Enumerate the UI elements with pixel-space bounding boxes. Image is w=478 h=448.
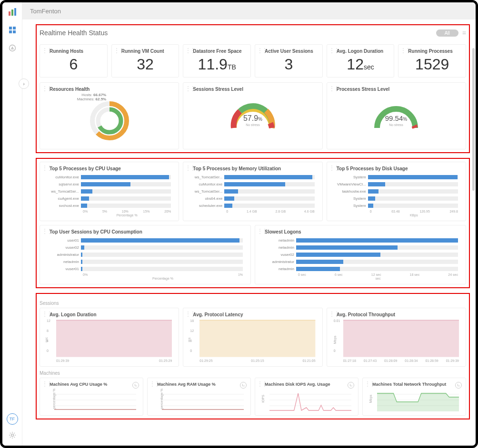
drag-handle-icon[interactable]: ⋮⋮	[329, 166, 339, 170]
kpi-value: 6	[45, 56, 102, 73]
drag-handle-icon[interactable]: ⋮⋮	[42, 229, 51, 233]
svg-point-8	[11, 434, 13, 437]
card-title: Processes Stress Level	[332, 87, 461, 92]
kpi-card: ⋮⋮ Active User Sessions 3	[255, 44, 323, 78]
scrollbar[interactable]	[472, 48, 475, 191]
app-frame: TF › TomFenton Realtime Health Status Al…	[0, 0, 478, 448]
machines-label: Machines	[40, 370, 466, 376]
bar-category: netadmin	[263, 245, 296, 250]
area-chart-card: ⋮⋮ Avg. Protocol Throughput Mbps 0.010 0…	[327, 308, 466, 367]
section-title: Realtime Health Status	[40, 29, 108, 37]
bar-category: System	[335, 204, 368, 208]
bar-category: VMwareViewCl...	[335, 182, 368, 186]
clock-icon[interactable]	[348, 382, 354, 389]
health-status-section: Realtime Health Status All ≡ ⋮⋮ Running …	[36, 24, 470, 153]
svg-rect-21	[343, 320, 459, 357]
expand-sidebar-button[interactable]: ›	[19, 78, 29, 89]
drag-handle-icon[interactable]: ⋮⋮	[365, 382, 374, 386]
sessions-machines-section: Sessions ⋮⋮ Avg. Logon Duration sec 1284…	[36, 293, 470, 419]
user-avatar[interactable]: TF	[7, 413, 18, 425]
mini-chart-card: ⋮⋮ Machines Avg CPU Usage % percentage %…	[40, 378, 143, 416]
bar-category: vuser02	[263, 253, 296, 257]
chart-title: Avg. Logon Duration	[45, 312, 174, 317]
svg-rect-3	[9, 27, 12, 29]
drag-handle-icon[interactable]: ⋮⋮	[257, 382, 267, 386]
clock-icon[interactable]	[240, 382, 247, 389]
username: TomFenton	[30, 8, 61, 15]
area-chart-card: ⋮⋮ Avg. Protocol Latency ms 181260 01:29…	[183, 308, 322, 367]
hosts-val: 66.67%	[93, 93, 106, 97]
y-axis-label: Mbps	[369, 395, 372, 403]
clock-icon[interactable]	[132, 382, 139, 389]
svg-rect-4	[13, 27, 16, 29]
bar-chart-card: ⋮⋮ Top 5 Processes by Memory Utilization…	[183, 162, 322, 221]
drag-handle-icon[interactable]: ⋮⋮	[185, 166, 195, 170]
bar-category: netadmin	[263, 267, 296, 271]
bar-category: netadmin	[48, 260, 81, 264]
svg-text:No stress: No stress	[389, 123, 404, 127]
sessions-stress-card: ⋮⋮ Sessions Stress Level 57.9% No stress	[183, 82, 322, 149]
svg-point-7	[9, 45, 15, 51]
kpi-card: ⋮⋮ Datastore Free Space 11.9TB	[183, 44, 251, 78]
bar-category: scheduler.exe	[191, 204, 224, 208]
bar-chart-card: ⋮⋮ Top 5 Processes by CPU Usage cuMonito…	[40, 162, 179, 221]
clock-icon[interactable]	[455, 382, 462, 389]
drag-handle-icon[interactable]: ⋮⋮	[42, 87, 51, 90]
bar-category: cuAgent.exe	[48, 196, 81, 201]
drag-handle-icon[interactable]: ⋮⋮	[329, 312, 339, 316]
drag-handle-icon[interactable]: ⋮⋮	[185, 87, 195, 90]
hosts-label: Hosts:	[81, 93, 92, 97]
drag-handle-icon[interactable]: ⋮⋮	[149, 382, 159, 386]
kpi-value: 32	[117, 56, 174, 73]
kpi-card: ⋮⋮ Running Processes 1529	[398, 44, 466, 78]
gauge-chart-icon: 57.9% No stress	[224, 95, 281, 142]
chart-title: Top 5 Processes by Disk Usage	[332, 166, 461, 171]
svg-text:99.54%: 99.54%	[385, 114, 408, 122]
chart-title: Top User Sessions by CPU Consumption	[45, 229, 246, 234]
kpi-label: Avg. Logon Duration	[332, 49, 389, 54]
kpi-card: ⋮⋮ Running Hosts 6	[40, 44, 108, 78]
svg-rect-2	[14, 8, 16, 16]
resources-health-card: ⋮⋮ Resources Health Hosts: 66.67% Machin…	[40, 82, 179, 149]
chart-title: Machines Avg RAM Usage %	[152, 382, 246, 387]
mini-chart-card: ⋮⋮ Machines Total Network Throughput Mbp…	[362, 378, 466, 416]
drag-handle-icon[interactable]: ⋮⋮	[42, 312, 51, 316]
drag-handle-icon[interactable]: ⋮⋮	[329, 49, 339, 52]
drag-handle-icon[interactable]: ⋮⋮	[42, 382, 51, 386]
svg-rect-6	[13, 30, 16, 33]
drag-handle-icon[interactable]: ⋮⋮	[257, 229, 267, 233]
donut-chart-icon	[83, 95, 136, 142]
drag-handle-icon[interactable]: ⋮⋮	[42, 49, 51, 52]
drag-handle-icon[interactable]: ⋮⋮	[329, 87, 339, 90]
bar-category: System	[335, 196, 368, 201]
bar-chart-card: ⋮⋮ Slowest Logons netadminnetadminvuser0…	[255, 225, 466, 284]
drag-handle-icon[interactable]: ⋮⋮	[185, 49, 195, 52]
drag-handle-icon[interactable]: ⋮⋮	[114, 49, 123, 52]
topbar: TomFenton	[22, 2, 476, 19]
logo-bars-icon[interactable]	[8, 7, 17, 17]
drag-handle-icon[interactable]: ⋮⋮	[400, 49, 410, 52]
kpi-label: Datastore Free Space	[188, 49, 246, 54]
svg-text:No stress: No stress	[246, 123, 260, 127]
all-filter-pill[interactable]: All	[436, 29, 458, 37]
sidebar: TF	[2, 2, 22, 446]
bar-category: administrator	[263, 260, 296, 264]
bar-category: taskhostw.exe	[335, 189, 368, 194]
kpi-label: Running VM Count	[117, 49, 174, 54]
section-menu-icon[interactable]: ≡	[462, 29, 466, 37]
drag-handle-icon[interactable]: ⋮⋮	[185, 312, 195, 316]
chart-title: Avg. Protocol Latency	[188, 312, 317, 317]
drag-handle-icon[interactable]: ⋮⋮	[257, 49, 267, 52]
svg-rect-5	[9, 30, 12, 33]
bar-category: vuser02	[48, 245, 81, 250]
bar-category: vuser01	[48, 267, 81, 271]
drag-handle-icon[interactable]: ⋮⋮	[42, 166, 51, 170]
explore-icon[interactable]	[8, 43, 17, 53]
kpi-label: Active User Sessions	[260, 49, 318, 54]
chart-title: Top 5 Processes by CPU Usage	[45, 166, 174, 171]
settings-gear-icon[interactable]	[8, 430, 17, 440]
main-content: TomFenton Realtime Health Status All ≡ ⋮…	[22, 2, 476, 446]
kpi-card: ⋮⋮ Avg. Logon Duration 12sec	[327, 44, 395, 78]
dashboard-icon[interactable]	[8, 25, 17, 35]
gauge-chart-icon: 99.54% No stress	[368, 95, 425, 142]
